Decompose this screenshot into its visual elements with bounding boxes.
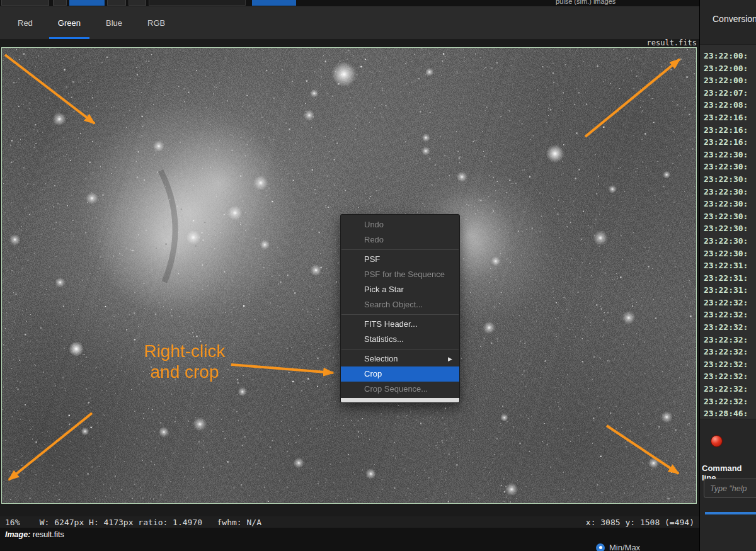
viewer-column: RedGreenBlueRGB result.fits Right-click xyxy=(0,6,699,551)
tab-blue[interactable]: Blue xyxy=(97,6,131,39)
toolbar-button-stub[interactable] xyxy=(53,0,67,6)
menu-item-psf[interactable]: PSF xyxy=(341,252,459,267)
log-line: 23:22:08: xyxy=(704,99,756,111)
status-bar: 16% W: 6247px H: 4173px ratio: 1.4970 fw… xyxy=(0,516,699,528)
context-menu-bottom-edge xyxy=(341,398,459,402)
log-line: 23:22:07: xyxy=(704,87,756,99)
log-line: 23:22:32: xyxy=(704,309,756,321)
toolbar-button-stub[interactable] xyxy=(107,0,126,6)
menu-separator xyxy=(341,349,459,349)
log-line: 23:28:46: xyxy=(704,407,756,419)
log-line: 23:22:30: xyxy=(704,222,756,235)
tab-conversion[interactable]: Conversion xyxy=(713,14,756,24)
tab-green[interactable]: Green xyxy=(49,6,89,39)
log-line: 23:22:32: xyxy=(704,346,756,358)
menu-item-crop[interactable]: Crop xyxy=(341,366,459,382)
log-line: 23:22:31: xyxy=(704,259,756,272)
menu-item-pick-a-star[interactable]: Pick a Star xyxy=(341,282,459,297)
top-toolbar: pulse (sim.) images xyxy=(0,0,699,6)
log-output[interactable]: 23:22:00:23:22:00:23:22:00:23:22:07:23:2… xyxy=(700,44,756,419)
log-line: 23:22:00: xyxy=(704,62,756,75)
menu-item-statistics[interactable]: Statistics... xyxy=(341,332,459,347)
working-directory-path: pulse (sim.) images xyxy=(556,0,616,5)
status-zoom-size-info: 16% W: 6247px H: 4173px ratio: 1.4970 fw… xyxy=(5,518,261,527)
annotation-line-2: and crop xyxy=(108,361,261,382)
arrow-top-right xyxy=(585,59,680,137)
loaded-filename: result.fits xyxy=(647,38,697,47)
menu-separator xyxy=(341,314,459,315)
tab-red[interactable]: Red xyxy=(9,6,42,39)
menu-item-psf-for-the-sequence: PSF for the Sequence xyxy=(341,267,459,282)
arrow-bottom-left xyxy=(9,413,92,480)
arrow-top-left xyxy=(5,55,94,123)
image-info-value: result.fits xyxy=(33,530,64,539)
log-line: 23:22:30: xyxy=(704,198,756,210)
log-line: 23:22:31: xyxy=(704,272,756,285)
annotation-text: Right-click and crop xyxy=(108,341,261,382)
log-line: 23:22:32: xyxy=(704,395,756,408)
log-line: 23:22:32: xyxy=(704,321,756,334)
log-line: 23:22:30: xyxy=(704,247,756,260)
log-line: 23:22:32: xyxy=(704,297,756,309)
menu-separator xyxy=(341,249,459,250)
channel-tabs: RedGreenBlueRGB xyxy=(0,6,699,39)
tab-rgb[interactable]: RGB xyxy=(139,6,174,39)
menu-item-undo: Undo xyxy=(341,217,459,232)
command-line-input[interactable] xyxy=(704,479,756,498)
context-menu: UndoRedoPSFPSF for the SequencePick a St… xyxy=(340,214,460,403)
progress-bar xyxy=(705,512,756,514)
menu-item-redo: Redo xyxy=(341,232,459,247)
log-line: 23:22:00: xyxy=(704,50,756,62)
right-panel: Conversion 23:22:00:23:22:00:23:22:00:23… xyxy=(699,0,756,551)
image-viewport[interactable]: Right-click and crop UndoRedoPSFPSF for … xyxy=(1,47,697,504)
log-line: 23:22:30: xyxy=(704,173,756,186)
toolbar-button-stub[interactable] xyxy=(129,0,146,6)
log-line: 23:22:32: xyxy=(704,334,756,346)
log-line: 23:22:16: xyxy=(704,136,756,149)
toolbar-button-stub[interactable] xyxy=(1,0,49,6)
bottom-bar: Image: result.fits Min/Max xyxy=(0,528,699,551)
log-line: 23:22:30: xyxy=(704,149,756,161)
log-line: 23:22:32: xyxy=(704,370,756,383)
log-line: 23:22:16: xyxy=(704,111,756,124)
display-mode-minmax[interactable]: Min/Max xyxy=(596,543,640,551)
minmax-label: Min/Max xyxy=(609,543,640,551)
siril-app: pulse (sim.) images RedGreenBlueRGB resu… xyxy=(0,0,756,551)
submenu-arrow-icon: ▶ xyxy=(448,351,452,366)
log-line: 23:22:31: xyxy=(704,284,756,297)
image-info: Image: result.fits xyxy=(5,530,64,539)
menu-item-selection[interactable]: Selection▶ xyxy=(341,351,459,366)
toolbar-entry-stub[interactable] xyxy=(149,0,246,6)
log-line: 23:22:00: xyxy=(704,74,756,87)
status-cursor-info: x: 3085 y: 1508 (=494) xyxy=(586,518,694,527)
stop-processing-button[interactable] xyxy=(711,435,723,447)
filename-row: result.fits xyxy=(0,39,699,47)
toolbar-primary-button-stub[interactable] xyxy=(69,0,105,6)
log-line: 23:22:16: xyxy=(704,124,756,137)
log-line: 23:22:30: xyxy=(704,186,756,198)
menu-item-crop-sequence: Crop Sequence... xyxy=(341,382,459,397)
image-info-label: Image: xyxy=(5,530,30,539)
log-line: 23:22:30: xyxy=(704,235,756,247)
menu-item-fits-header[interactable]: FITS Header... xyxy=(341,317,459,332)
log-line: 23:22:30: xyxy=(704,161,756,173)
minmax-radio[interactable] xyxy=(596,543,605,551)
context-menu-items: UndoRedoPSFPSF for the SequencePick a St… xyxy=(341,217,459,397)
toolbar-primary-button-stub[interactable] xyxy=(252,0,296,6)
menu-item-search-object: Search Object... xyxy=(341,297,459,312)
log-line: 23:22:32: xyxy=(704,358,756,371)
log-line: 23:22:32: xyxy=(704,383,756,395)
log-line: 23:22:30: xyxy=(704,210,756,223)
arrow-bottom-right xyxy=(607,426,679,474)
annotation-line-1: Right-click xyxy=(108,341,261,361)
